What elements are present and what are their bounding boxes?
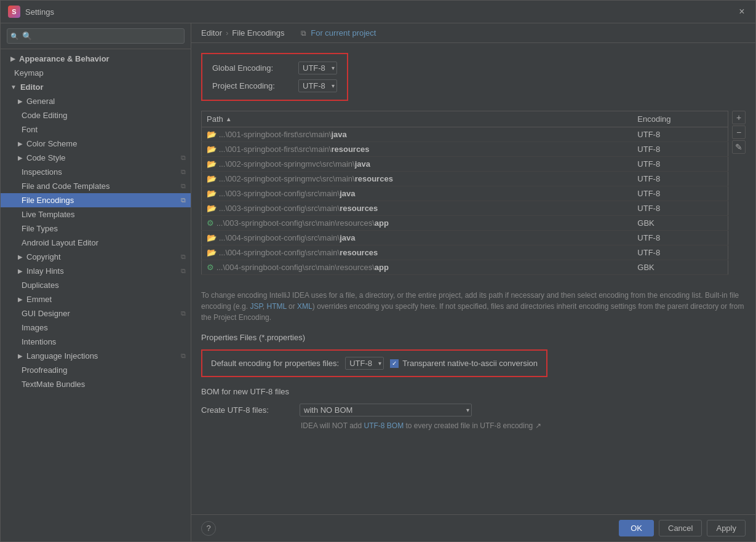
table-row[interactable]: ⚙ ...\004-springboot-config\src\main\res… — [202, 260, 728, 275]
sidebar-item-font[interactable]: Font — [1, 122, 191, 137]
sidebar-item-copyright[interactable]: Copyright ⧉ — [1, 250, 191, 264]
sidebar-item-live-templates[interactable]: Live Templates — [1, 207, 191, 221]
path-cell: 📂 ...\004-springboot-config\src\main\jav… — [202, 231, 633, 245]
sidebar-item-label: Font — [22, 125, 38, 134]
path-prefix: ...\004-springboot-config\src\main\ — [219, 233, 340, 242]
table-row[interactable]: 📂 ...\001-springboot-first\src\main\reso… — [202, 142, 728, 157]
sidebar-item-lang-injections[interactable]: Language Injections ⧉ — [1, 349, 191, 363]
sidebar-item-label: Duplicates — [22, 281, 59, 290]
col-header-path[interactable]: Path ▲ — [202, 111, 633, 127]
sidebar-item-keymap[interactable]: Keymap — [1, 66, 191, 80]
sidebar-item-appearance[interactable]: Appearance & Behavior — [1, 52, 191, 66]
sidebar-item-code-style[interactable]: Code Style ⧉ — [1, 151, 191, 165]
sidebar-item-proofreading[interactable]: Proofreading — [1, 363, 191, 377]
add-path-button[interactable]: + — [732, 111, 746, 124]
col-header-encoding[interactable]: Encoding — [632, 111, 728, 127]
search-wrap: 🔍 — [7, 28, 185, 44]
search-input[interactable] — [7, 28, 185, 44]
sidebar-item-android-layout-editor[interactable]: Android Layout Editor — [1, 236, 191, 250]
project-encoding-select[interactable]: UTF-8 — [298, 79, 337, 92]
sidebar-item-label: Emmet — [26, 295, 52, 304]
global-encoding-select[interactable]: UTF-8 — [298, 62, 337, 74]
sidebar-item-label: Color Scheme — [26, 139, 77, 148]
expand-arrow-inlay — [18, 268, 23, 274]
encoding-cell: GBK — [632, 260, 728, 275]
sidebar-item-images[interactable]: Images — [1, 321, 191, 335]
encoding-cell: GBK — [632, 216, 728, 231]
properties-default-label: Default encoding for properties files: — [211, 359, 339, 368]
table-row[interactable]: 📂 ...\003-springboot-config\src\main\jav… — [202, 186, 728, 201]
bom-note: IDEA will NOT add UTF-8 BOM to every cre… — [201, 421, 746, 430]
sidebar-item-code-editing[interactable]: Code Editing — [1, 108, 191, 122]
copy-icon-fe: ⧉ — [181, 196, 186, 204]
title-bar: S Settings × — [1, 1, 755, 23]
bom-row: Create UTF-8 files: with NO BOM — [201, 404, 746, 416]
sidebar-item-file-code-templates[interactable]: File and Code Templates ⧉ — [1, 179, 191, 193]
sidebar-item-inspections[interactable]: Inspections ⧉ — [1, 165, 191, 179]
copy-icon-copyright: ⧉ — [181, 253, 186, 261]
encoding-cell: UTF-8 — [632, 157, 728, 172]
copy-icon: ⧉ — [181, 154, 186, 162]
breadcrumb-link[interactable]: For current project — [311, 28, 376, 38]
path-prefix: ...\004-springboot-config\src\main\ — [219, 248, 340, 257]
copy-icon-inspections: ⧉ — [181, 168, 186, 176]
sidebar-item-inlay-hints[interactable]: Inlay Hints ⧉ — [1, 264, 191, 278]
expand-arrow-emmet — [18, 296, 23, 303]
sort-arrow-icon: ▲ — [226, 116, 232, 122]
table-row[interactable]: 📂 ...\002-springboot-springmvc\src\main\… — [202, 172, 728, 186]
properties-section-title: Properties Files (*.properties) — [201, 333, 746, 342]
table-row[interactable]: 📂 ...\004-springboot-config\src\main\jav… — [202, 231, 728, 245]
edit-path-button[interactable]: ✎ — [732, 140, 746, 154]
sidebar-item-label: TextMate Bundles — [22, 380, 85, 389]
table-row[interactable]: 📂 ...\002-springboot-springmvc\src\main\… — [202, 157, 728, 172]
xml-link[interactable]: XML — [297, 302, 312, 311]
sidebar-item-gui-designer[interactable]: GUI Designer ⧉ — [1, 306, 191, 321]
remove-path-button[interactable]: − — [732, 126, 746, 139]
breadcrumb-current: File Encodings — [232, 28, 284, 38]
sidebar-item-label: Images — [22, 323, 48, 332]
apply-button[interactable]: Apply — [707, 520, 746, 536]
ok-button[interactable]: OK — [619, 520, 654, 536]
path-bold: java — [340, 233, 355, 242]
bom-select[interactable]: with NO BOM — [300, 404, 472, 416]
sidebar-item-label: Android Layout Editor — [22, 238, 98, 247]
bom-create-label: Create UTF-8 files: — [201, 405, 293, 415]
folder-icon: 📂 — [207, 189, 217, 198]
sidebar-item-textmate[interactable]: TextMate Bundles — [1, 377, 191, 391]
html-link[interactable]: HTML — [267, 302, 287, 311]
global-encoding-select-wrap: UTF-8 — [298, 62, 337, 74]
expand-arrow-copyright — [18, 253, 23, 260]
sidebar-item-file-encodings[interactable]: File Encodings ⧉ — [1, 193, 191, 207]
properties-encoding-select[interactable]: UTF-8 — [345, 357, 384, 370]
cancel-button[interactable]: Cancel — [659, 520, 702, 536]
sidebar-item-label: Copyright — [26, 252, 61, 261]
sidebar-item-color-scheme[interactable]: Color Scheme — [1, 137, 191, 151]
sidebar-item-intentions[interactable]: Intentions — [1, 335, 191, 349]
bom-section-title: BOM for new UTF-8 files — [201, 387, 746, 396]
jsp-link[interactable]: JSP — [250, 302, 262, 311]
path-cell: 📂 ...\001-springboot-first\src\main\reso… — [202, 142, 633, 157]
encoding-cell: UTF-8 — [632, 142, 728, 157]
sidebar: 🔍 Appearance & Behavior Keymap — [1, 23, 191, 541]
close-button[interactable]: × — [736, 6, 748, 18]
help-button[interactable]: ? — [201, 521, 216, 536]
sidebar-item-editor[interactable]: Editor — [1, 80, 191, 94]
path-prefix: ...\001-springboot-first\src\main\ — [219, 145, 332, 154]
sidebar-item-label: File Types — [22, 224, 58, 233]
sidebar-item-general[interactable]: General — [1, 94, 191, 108]
transparent-checkbox[interactable]: ✓ — [390, 359, 399, 368]
table-row[interactable]: 📂 ...\004-springboot-config\src\main\res… — [202, 245, 728, 260]
path-prefix: ...\004-springboot-config\src\main\resou… — [217, 263, 375, 272]
table-row[interactable]: ⚙ ...\003-springboot-config\src\main\res… — [202, 216, 728, 231]
sidebar-item-file-types[interactable]: File Types — [1, 221, 191, 236]
utf8-bom-link[interactable]: UTF-8 BOM — [364, 421, 404, 430]
table-row[interactable]: 📂 ...\003-springboot-config\src\main\res… — [202, 201, 728, 216]
folder-icon: 📂 — [207, 204, 217, 213]
sidebar-item-label: Code Editing — [22, 111, 67, 120]
sidebar-item-duplicates[interactable]: Duplicates — [1, 278, 191, 292]
table-row[interactable]: 📂 ...\001-springboot-first\src\main\java… — [202, 127, 728, 142]
copy-icon-inlay: ⧉ — [181, 267, 186, 275]
path-cell: 📂 ...\003-springboot-config\src\main\res… — [202, 201, 633, 216]
sidebar-item-label: File and Code Templates — [22, 181, 110, 191]
sidebar-item-emmet[interactable]: Emmet — [1, 292, 191, 306]
